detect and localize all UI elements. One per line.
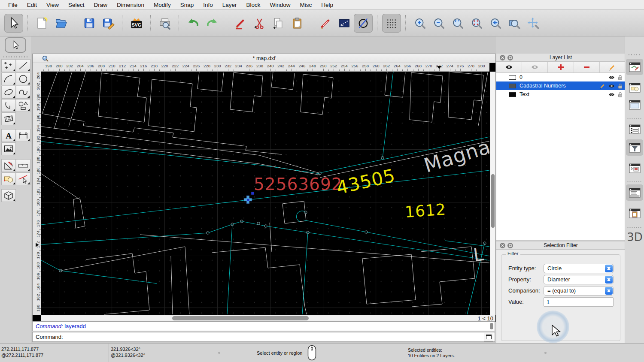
edit-button[interactable]: [231, 14, 250, 33]
menu-window[interactable]: Window: [265, 0, 295, 10]
selection-tool-button[interactable]: [4, 14, 23, 33]
palette-handle[interactable]: [3, 56, 28, 58]
vertical-scrollbar[interactable]: [490, 72, 495, 315]
eye-icon[interactable]: [608, 84, 615, 88]
menu-select[interactable]: Select: [64, 0, 89, 10]
ellipse-tool[interactable]: [1, 86, 16, 99]
h-ruler-tick: [143, 69, 144, 71]
menu-draw[interactable]: Draw: [89, 0, 112, 10]
menu-block[interactable]: Block: [242, 0, 265, 10]
copy-button[interactable]: [269, 14, 288, 33]
zoom-redraw-button[interactable]: [467, 14, 486, 33]
new-file-button[interactable]: [33, 14, 52, 33]
points-tool[interactable]: [1, 59, 16, 72]
line-tool[interactable]: [16, 59, 30, 72]
arc-tool[interactable]: [1, 72, 16, 85]
hide-all-layers-button[interactable]: [522, 62, 548, 72]
layer-list-toggle[interactable]: [626, 121, 643, 137]
menu-help[interactable]: Help: [316, 0, 338, 10]
layer-row-0[interactable]: 0: [496, 73, 625, 81]
horizontal-scrollbar[interactable]: 1 < 10: [41, 315, 495, 322]
menu-layer[interactable]: Layer: [218, 0, 242, 10]
zoom-pan-button[interactable]: [524, 14, 543, 33]
print-preview-button[interactable]: [155, 14, 174, 33]
polyline-tool[interactable]: [1, 99, 16, 112]
filter-select-1[interactable]: Diameter: [544, 275, 614, 284]
lock-icon[interactable]: [618, 75, 623, 80]
cut-button[interactable]: [250, 14, 269, 33]
menu-edit[interactable]: Edit: [22, 0, 42, 10]
dimension-tool[interactable]: [16, 129, 30, 142]
property-editor-toggle[interactable]: [626, 59, 643, 75]
spline-tool[interactable]: [16, 86, 30, 99]
paste-button[interactable]: [288, 14, 307, 33]
command-history-scrollbar[interactable]: [490, 323, 493, 329]
shapes-tool[interactable]: [16, 99, 30, 112]
palette-selection-button[interactable]: [5, 37, 26, 53]
circle-tool[interactable]: [16, 72, 30, 85]
eye-icon[interactable]: [608, 92, 615, 97]
zoom-window-button[interactable]: [505, 14, 524, 33]
hatch-tool[interactable]: [1, 112, 16, 125]
remove-layer-button[interactable]: [574, 62, 600, 72]
image-tool[interactable]: [1, 142, 16, 155]
menu-view[interactable]: View: [42, 0, 64, 10]
show-all-layers-button[interactable]: [496, 62, 522, 72]
edit-layer-button[interactable]: [600, 62, 625, 72]
construction-mode-button[interactable]: [354, 14, 373, 33]
selection-filter-toggle[interactable]: [626, 139, 643, 156]
filter-value-input[interactable]: [544, 297, 614, 307]
lock-icon[interactable]: [618, 83, 623, 89]
add-layer-button[interactable]: [548, 62, 574, 72]
viewport-3d-tool[interactable]: [1, 189, 16, 202]
block-list-toggle[interactable]: [626, 79, 643, 96]
clipboard-panel-toggle[interactable]: [626, 205, 643, 221]
vertical-scrollbar-thumb[interactable]: [491, 174, 495, 228]
measure-tool[interactable]: [16, 159, 30, 172]
menu-misc[interactable]: Misc: [295, 0, 317, 10]
redo-button[interactable]: [203, 14, 222, 33]
layer-pencil-icon[interactable]: [600, 83, 605, 89]
text-tool[interactable]: A: [1, 129, 16, 142]
cad-text-entity[interactable]: 52563692: [254, 176, 343, 193]
horizontal-scrollbar-thumb[interactable]: [172, 316, 309, 320]
layer-row-cadastral-numbers[interactable]: Cadastral Numbers: [496, 81, 625, 90]
restrict-angle-button[interactable]: [335, 14, 354, 33]
command-history[interactable]: Command: layeradd: [32, 321, 495, 331]
menu-snap[interactable]: Snap: [176, 0, 199, 10]
filter-select-0[interactable]: Circle: [544, 264, 614, 273]
menu-info[interactable]: Info: [198, 0, 218, 10]
command-line-toggle[interactable]: [626, 184, 643, 201]
draw-pencil-button[interactable]: [316, 14, 335, 33]
menu-dimension[interactable]: Dimension: [112, 0, 149, 10]
relative-zero-toggle[interactable]: [626, 160, 643, 176]
3d-mode-label[interactable]: 3D: [625, 231, 644, 244]
block-tool[interactable]: [1, 172, 16, 185]
zoom-auto-button[interactable]: [448, 14, 467, 33]
command-options-button[interactable]: [484, 333, 493, 341]
command-input[interactable]: [66, 333, 484, 341]
save-as-button[interactable]: [99, 14, 118, 33]
zoom-in-button[interactable]: [410, 14, 429, 33]
zoom-out-button[interactable]: [429, 14, 448, 33]
library-browser-toggle[interactable]: [626, 97, 643, 113]
v-ruler-tick: [39, 103, 41, 103]
zoom-previous-button[interactable]: [486, 14, 505, 33]
modify-tool[interactable]: [1, 159, 16, 172]
menu-modify[interactable]: Modify: [149, 0, 176, 10]
eye-icon[interactable]: [608, 75, 615, 80]
layer-row-text[interactable]: Text: [496, 90, 625, 99]
undo-button[interactable]: [184, 14, 203, 33]
menu-file[interactable]: File: [3, 0, 22, 10]
filter-select-2[interactable]: = (equal to): [544, 286, 614, 296]
drawing-canvas[interactable]: 52563692435051612Magna AL: [41, 72, 489, 315]
grid-toggle-button[interactable]: [382, 14, 401, 33]
cad-text-entity[interactable]: 1612: [404, 202, 447, 220]
document-titlebar[interactable]: * map.dxf: [33, 54, 495, 63]
svg-export-button[interactable]: SVG: [127, 14, 146, 33]
dock-handle[interactable]: [628, 54, 641, 56]
lock-icon[interactable]: [618, 92, 623, 97]
open-file-button[interactable]: [52, 14, 70, 33]
select-entity-tool[interactable]: [16, 172, 30, 185]
save-button[interactable]: [80, 14, 99, 33]
